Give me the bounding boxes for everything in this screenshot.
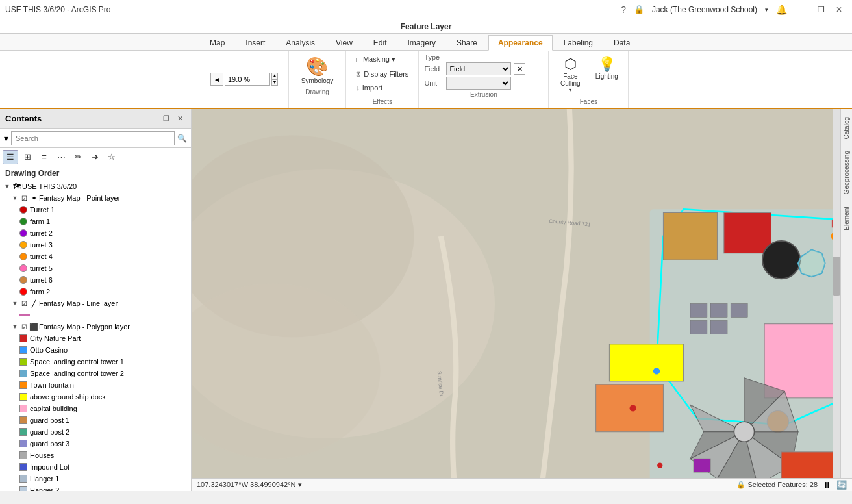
element-tab[interactable]: Element [842,201,851,236]
line-check[interactable]: ☑ [19,300,29,307]
face-culling-btn[interactable]: ⬡ FaceCulling ▾ [554,53,586,95]
tab-share[interactable]: Share [447,35,487,50]
list-item[interactable]: farm 1 [0,216,191,227]
point-expand[interactable]: ▼ [10,195,19,201]
list-item[interactable]: Hanger 1 [0,473,191,485]
list-item[interactable]: turret 6 [0,274,191,286]
list-item[interactable]: Impound Lot [0,461,191,473]
swatch [19,264,27,272]
list-item[interactable]: Space landing control tower 2 [0,368,191,379]
list-item[interactable]: Otto Casino [0,344,191,356]
tab-labeling[interactable]: Labeling [554,35,603,50]
list-item[interactable]: guard post 3 [0,438,191,449]
list-item[interactable]: guard post 2 [0,426,191,438]
point-check[interactable]: ☑ [19,195,29,202]
list-item[interactable]: guard post 1 [0,414,191,426]
scale-up[interactable]: ▲ [271,73,278,79]
close-btn[interactable]: ✕ [831,2,847,18]
notify-icon[interactable]: 🔔 [776,5,787,15]
list-item[interactable]: City Nature Part [0,333,191,344]
scale-spinners: ▲ ▼ [271,73,278,86]
swatch [19,440,27,447]
tree-root[interactable]: ▼ 🗺 USE THIS 3/6/20 [0,181,191,192]
tab-data[interactable]: Data [604,35,640,50]
item-label: guard post 3 [30,440,69,447]
scrollbar-thumb[interactable] [833,257,840,296]
point-layer-group[interactable]: ▼ ☑ ✦ Fantasy Map - Point layer [0,192,191,204]
add-btn[interactable]: ✏ [70,150,86,164]
root-expand[interactable]: ▼ [3,183,12,190]
tab-imagery[interactable]: Imagery [398,35,445,50]
field-clear-btn[interactable]: ✕ [514,63,525,75]
list-item[interactable] [0,309,191,321]
list-item[interactable]: turret 3 [0,239,191,251]
line-expand[interactable]: ▼ [10,300,19,307]
tab-insert[interactable]: Insert [236,35,275,50]
map-area[interactable]: County Road 721 Sunrise Dr. Mc Intyre Gu… [192,109,852,478]
tab-edit[interactable]: Edit [364,35,397,50]
list-item[interactable]: turret 5 [0,262,191,274]
minimize-btn[interactable]: — [795,2,810,18]
swatch [19,334,27,342]
list-item[interactable]: Houses [0,449,191,461]
list-item[interactable]: Hanger 2 [0,485,191,491]
tab-map[interactable]: Map [200,35,234,50]
list-item[interactable]: Space landing control tower 1 [0,356,191,368]
user-dropdown[interactable]: ▾ [765,6,768,13]
drawing-order-btn[interactable]: ☰ [3,150,18,164]
polygon-check[interactable]: ☑ [19,323,29,331]
panel-close[interactable]: ✕ [175,114,186,123]
arrow-btn[interactable]: ➜ [87,150,103,164]
unit-select[interactable] [446,77,511,90]
line-layer-group[interactable]: ▼ ☑ ╱ Fantasy Map - Line layer [0,297,191,309]
panel-minimize[interactable]: — [145,114,158,123]
drawing-label: Drawing [305,88,329,95]
header-controls: — ❐ ✕ [145,114,186,123]
star-btn[interactable]: ☆ [104,150,119,164]
scale-input[interactable] [225,73,270,86]
user-name[interactable]: Jack (The Greenwood School) [652,5,757,14]
list-item[interactable]: above ground ship dock [0,391,191,403]
status-bar: 107.3243017°W 38.4990942°N ▾ 🔒 Selected … [192,478,852,491]
swatch [19,253,27,260]
panel-restore[interactable]: ❐ [160,114,172,123]
list-item[interactable]: turret 4 [0,251,191,262]
masking-btn[interactable]: □ Masking ▾ [351,53,413,66]
icon-view-btn[interactable]: ⊞ [19,150,35,164]
lighting-btn[interactable]: 💡 Lighting [590,53,623,82]
line-swatch [19,314,30,316]
coord-dropdown[interactable]: ▾ [298,481,302,488]
list-item[interactable]: capital building [0,403,191,414]
tab-appearance[interactable]: Appearance [488,35,553,51]
polygon-layer-group[interactable]: ▼ ☑ ⬛ Fantasy Map - Polygon layer [0,321,191,333]
maximize-btn[interactable]: ❐ [813,2,829,18]
list-item[interactable]: Town fountain [0,379,191,391]
polygon-expand[interactable]: ▼ [10,323,19,330]
tab-view[interactable]: View [326,35,362,50]
scale-decrease[interactable]: ◄ [210,73,223,86]
symbology-btn[interactable]: 🎨 Symbology [297,53,338,87]
swatch [19,218,27,225]
search-icon[interactable]: 🔍 [177,134,187,143]
options-btn[interactable]: ⋯ [53,150,69,164]
display-filters-btn[interactable]: ⧖ Display Filters [351,68,413,80]
face-culling-arrow: ▾ [569,87,571,93]
geoprocessing-tab[interactable]: Geoprocessing [842,145,851,199]
catalog-tab[interactable]: Catalog [842,112,851,144]
tab-analysis[interactable]: Analysis [276,35,325,50]
import-btn[interactable]: ↓ Import [351,82,413,94]
help-btn[interactable]: ? [621,5,626,15]
scale-down[interactable]: ▼ [271,79,278,86]
vertical-scrollbar[interactable] [833,109,840,478]
pause-btn[interactable]: ⏸ [823,480,831,490]
field-select[interactable]: Field [446,62,511,75]
filter-icon[interactable]: ▾ [4,133,8,144]
list-item[interactable]: farm 2 [0,286,191,297]
list-item[interactable]: Turret 1 [0,204,191,216]
list-view-btn[interactable]: ≡ [36,150,52,164]
search-input[interactable] [11,131,175,145]
svg-rect-35 [710,304,727,318]
effects-label: Effects [351,98,413,105]
refresh-btn[interactable]: 🔄 [836,480,847,490]
list-item[interactable]: turret 2 [0,227,191,239]
